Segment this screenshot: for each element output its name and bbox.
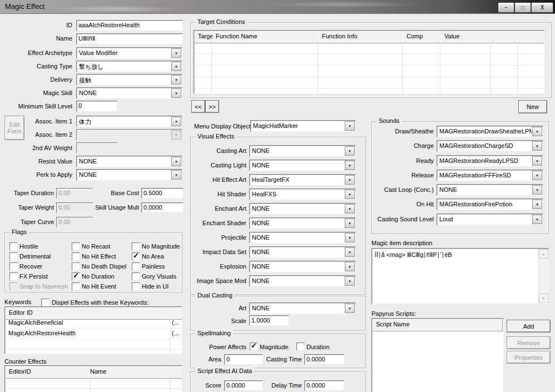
explosion-select[interactable]: NONE▼	[249, 261, 356, 272]
checkbox-no-hit-effect[interactable]	[72, 252, 80, 261]
checkbox-magnitude[interactable]	[250, 343, 258, 351]
chevron-down-icon[interactable]: ▼	[532, 171, 542, 180]
scroll-up-icon[interactable]: ▲	[539, 249, 548, 259]
chevron-down-icon[interactable]: ▼	[345, 247, 355, 257]
chevron-down-icon[interactable]: ▼	[345, 204, 355, 214]
chevron-down-icon[interactable]: ▼	[171, 48, 181, 58]
scroll-down-icon[interactable]: ▼	[539, 294, 548, 303]
checkbox-no-magnitude[interactable]	[132, 242, 140, 251]
casting-time-input[interactable]: 0.0000	[304, 354, 344, 365]
new-condition-button[interactable]: New	[518, 100, 547, 113]
checkbox-fx-persist[interactable]	[9, 272, 18, 281]
casting-art-select[interactable]: NONE▼	[249, 145, 356, 157]
checkbox-dispel-effects[interactable]	[41, 299, 49, 307]
keyword-row[interactable]: MagicAlchRestoreHealth (...	[6, 329, 181, 339]
checkbox-duration[interactable]	[296, 343, 305, 351]
chevron-down-icon[interactable]: ▼	[345, 262, 355, 271]
chevron-down-icon[interactable]: ▼	[171, 117, 181, 126]
chevron-down-icon[interactable]: ▼	[345, 161, 355, 170]
title-bar[interactable]: Magic Effect – □ X	[0, 0, 555, 14]
conditions-header-comp[interactable]: Comp	[403, 31, 446, 43]
chevron-down-icon[interactable]: ▼	[532, 185, 542, 195]
counter-effects-table[interactable]: EditorID Name	[4, 365, 182, 392]
magic-item-description-textarea[interactable]: ÌÍ∣å <mag> ⅢCⅢg∣ñⅡP∣ʼ∣éB ▲ ▼	[371, 248, 549, 304]
draw-sheathe-select[interactable]: MAGRestorationDrawSheatheLPMSD▼	[437, 126, 543, 137]
assoc-item-1-select[interactable]: 体力 ▼	[76, 116, 182, 127]
menu-display-object-select[interactable]: MagicHatMarker ▼	[250, 120, 356, 132]
checkbox-hostile[interactable]	[9, 242, 18, 251]
chevron-down-icon[interactable]: ▼	[532, 156, 542, 166]
name-input[interactable]: UⅢIñⅡ	[76, 33, 183, 44]
keywords-list[interactable]: Editor ID MagicAlchBeneficial (... Magic…	[4, 306, 182, 354]
id-input[interactable]: aaaAlchRestoreHealth	[76, 20, 183, 31]
projectile-select[interactable]: NONE▼	[249, 232, 356, 244]
description-scrollbar[interactable]: ▲ ▼	[538, 249, 548, 303]
maximize-button[interactable]: □	[514, 2, 531, 13]
chevron-down-icon[interactable]: ▼	[532, 200, 542, 209]
checkbox-no-death-dispel[interactable]	[72, 262, 80, 271]
charge-select[interactable]: MAGRestorationChargeSD▼	[437, 140, 543, 152]
dual-art-select[interactable]: NONE▼	[249, 302, 356, 314]
release-select[interactable]: MAGRestorationFFFireSD▼	[437, 170, 543, 181]
target-conditions-table[interactable]: Target Function Name Function Info Comp …	[194, 30, 545, 94]
casting-light-select[interactable]: NONE▼	[249, 160, 356, 171]
enchant-shader-select[interactable]: NONE▼	[249, 217, 356, 229]
impact-data-set-select[interactable]: NONE▼	[249, 246, 356, 258]
add-script-button[interactable]: Add	[507, 320, 551, 333]
enchant-art-select[interactable]: NONE▼	[249, 203, 356, 215]
casting-type-select[interactable]: 撃ち放し ▼	[76, 61, 182, 72]
chevron-down-icon[interactable]: ▼	[345, 190, 355, 199]
duration-label: Duration	[306, 344, 330, 350]
conditions-header-function-name[interactable]: Function Name	[212, 31, 324, 43]
conditions-prev-button[interactable]: <<	[191, 100, 205, 113]
casting-sound-level-select[interactable]: Loud▼	[437, 214, 543, 225]
checkbox-hide-in-ui[interactable]	[132, 282, 140, 291]
chevron-down-icon[interactable]: ▼	[345, 175, 355, 185]
properties-script-button[interactable]: Properties	[507, 351, 551, 364]
ready-select[interactable]: MAGRestorationReadyLPSD▼	[437, 155, 543, 167]
delivery-select[interactable]: 接触 ▼	[76, 74, 182, 86]
chevron-down-icon[interactable]: ▼	[345, 146, 355, 156]
chevron-down-icon[interactable]: ▼	[532, 141, 542, 151]
chevron-down-icon[interactable]: ▼	[171, 62, 181, 71]
close-button[interactable]: X	[531, 2, 553, 13]
effect-archetype-select[interactable]: Value Modifier ▼	[76, 47, 182, 59]
keyword-row[interactable]: MagicAlchBeneficial (...	[6, 318, 181, 329]
checkbox-no-recast[interactable]	[72, 242, 80, 251]
chevron-down-icon[interactable]: ▼	[345, 304, 355, 313]
on-hit-value: MAGRestorationFirePotion	[439, 201, 532, 207]
conditions-header-value[interactable]: Value	[441, 31, 496, 43]
remove-script-button[interactable]: Remove	[507, 336, 551, 349]
chevron-down-icon[interactable]: ▼	[532, 127, 542, 136]
magic-skill-select[interactable]: NONE ▼	[76, 87, 182, 99]
checkbox-no-area[interactable]	[132, 252, 140, 261]
checkbox-painless[interactable]	[132, 262, 140, 271]
minimum-skill-level-input[interactable]: 0	[76, 101, 117, 112]
chevron-down-icon[interactable]: ▼	[171, 88, 181, 98]
conditions-header-function-info[interactable]: Function Info	[319, 31, 408, 43]
checkbox-gory-visuals[interactable]	[132, 272, 140, 281]
on-hit-select[interactable]: MAGRestorationFirePotion▼	[437, 199, 543, 210]
papyrus-scripts-list[interactable]: Script Name	[371, 318, 504, 392]
chevron-down-icon[interactable]: ▼	[345, 233, 355, 242]
checkbox-recover[interactable]	[9, 262, 18, 271]
delay-time-input[interactable]: 0.0000	[304, 380, 344, 391]
hit-shader-select[interactable]: HealFXS▼	[249, 188, 356, 200]
chevron-down-icon[interactable]: ▼	[532, 215, 542, 224]
dual-scale-input[interactable]: 1.0000	[249, 315, 289, 326]
chevron-down-icon[interactable]: ▼	[171, 75, 181, 85]
chevron-down-icon[interactable]: ▼	[345, 219, 355, 228]
checkbox-detrimental[interactable]	[9, 252, 18, 261]
chevron-down-icon[interactable]: ▼	[345, 276, 355, 286]
papyrus-header-script-name[interactable]: Script Name	[373, 319, 503, 331]
chevron-down-icon[interactable]: ▼	[345, 121, 355, 131]
checkbox-no-duration[interactable]	[72, 272, 80, 281]
image-space-mod-select[interactable]: NONE▼	[249, 275, 356, 287]
conditions-header-extra2[interactable]	[518, 31, 545, 43]
cast-loop-select[interactable]: NONE▼	[437, 184, 543, 196]
conditions-next-button[interactable]: >>	[205, 100, 219, 113]
hit-effect-art-select[interactable]: HealTargetFX▼	[249, 174, 356, 186]
checkbox-no-hit-event[interactable]	[72, 282, 80, 291]
minimize-button[interactable]: –	[498, 2, 514, 13]
flag-label: No Hit Effect	[82, 253, 116, 260]
